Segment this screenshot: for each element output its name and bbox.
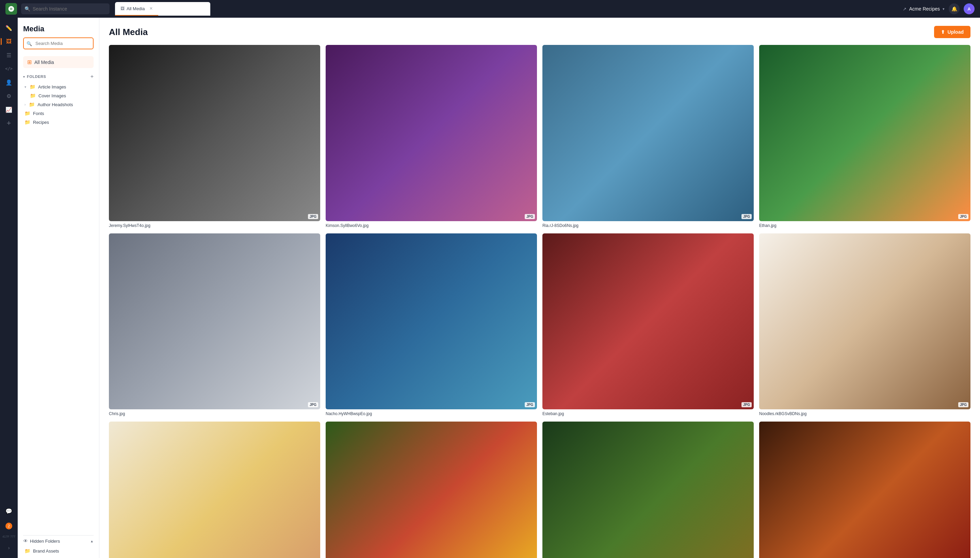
tab-bar: 🖼 All Media ✕ (115, 2, 210, 16)
folder-article-images[interactable]: ▾ 📁 Article Images (23, 82, 94, 91)
media-type-badge: JPG (958, 214, 969, 219)
user-icon: 👤 (5, 79, 12, 86)
edit-icon: ✏️ (5, 25, 12, 31)
folder-expand-icon: ▾ (25, 85, 26, 89)
media-thumbnail: JPG (109, 233, 320, 410)
avatar-initials: A (967, 7, 970, 11)
sidebar-item-media[interactable]: 🖼 (3, 35, 15, 48)
sidebar-bottom: 💬 2 417F 777 › (2, 505, 15, 554)
media-filename: Jeremy.SylHwsT4o.jpg (109, 223, 320, 228)
sidebar-expand-btn[interactable]: › (3, 542, 15, 554)
tab-image-icon: 🖼 (120, 6, 125, 11)
media-filename: Nacho.HyWHBwspEo.jpg (326, 411, 537, 416)
folder-cover-images[interactable]: 📁 Cover Images (23, 91, 94, 100)
all-media-button[interactable]: ⊞ All Media (23, 56, 94, 68)
expand-icon: › (8, 545, 10, 550)
search-instance-icon: 🔍 (25, 6, 30, 11)
brand-selector[interactable]: ↗ Acme Recipes ▾ (903, 6, 945, 11)
media-item[interactable]: JPGPizza.ryBGSvBPEj.jpg (326, 422, 537, 558)
media-type-badge: JPG (525, 402, 535, 407)
folder-author-headshots[interactable]: › 📁 Author Headshots (23, 100, 94, 109)
database-icon: ☰ (7, 52, 11, 59)
notification-bell[interactable]: 🔔 (949, 3, 960, 14)
folder-icon: 📁 (25, 548, 30, 553)
brand-chevron-icon: ▾ (942, 7, 945, 11)
media-item[interactable]: JPGNoodles.rkBGSvBDNs.jpg (759, 233, 970, 417)
media-item[interactable]: JPGRia.rJ-8SDo6Ns.jpg (542, 45, 754, 228)
media-thumbnail: JPG (542, 45, 754, 221)
media-item[interactable]: JPGEggs-on-Toast.SJzGrvBDVs.jpg (109, 422, 320, 558)
all-media-label: All Media (34, 59, 54, 65)
tab-all-media[interactable]: 🖼 All Media ✕ (115, 2, 158, 16)
sidebar-item-code[interactable]: </> (3, 62, 15, 75)
media-filename: Ria.rJ-8SDo6Ns.jpg (542, 223, 754, 228)
sidebar-item-chart[interactable]: 📈 (3, 103, 15, 116)
media-filename: Chris.jpg (109, 411, 320, 416)
search-media-input[interactable] (23, 38, 94, 49)
media-type-badge: JPG (742, 402, 752, 407)
media-item[interactable]: JPGChris.jpg (109, 233, 320, 417)
folder-brand-assets[interactable]: 📁 Brand Assets (23, 547, 94, 555)
upload-button[interactable]: ⬆ Upload (934, 26, 970, 38)
badge-icon: 2 (5, 523, 12, 529)
media-item[interactable]: JPGJeremy.SylHwsT4o.jpg (109, 45, 320, 228)
hidden-folders-label: Hidden Folders (30, 538, 60, 544)
main-layout: ✏️ 🖼 ☰ </> 👤 ⚙ 📈 + 💬 2 (0, 18, 980, 558)
folder-icon: 📁 (25, 111, 30, 116)
media-panel: Media 🔍 ⊞ All Media ▾ FOLDERS + ▾ 📁 Arti… (18, 18, 99, 558)
folder-icon: 📁 (25, 120, 30, 125)
user-avatar[interactable]: A (964, 3, 975, 14)
media-item[interactable]: JPGEsteban.jpg (542, 233, 754, 417)
media-panel-title: Media (23, 25, 94, 33)
page-title: All Media (109, 27, 148, 38)
media-thumbnail: JPG (759, 422, 970, 558)
folder-name: Cover Images (38, 93, 66, 98)
folder-expand-icon: › (25, 103, 26, 107)
media-thumbnail: JPG (542, 233, 754, 410)
folders-header[interactable]: ▾ FOLDERS + (23, 74, 94, 80)
media-type-badge: JPG (525, 214, 535, 219)
media-thumbnail: JPG (109, 422, 320, 558)
media-grid: JPGJeremy.SylHwsT4o.jpgJPGKimson.SyllBwo… (109, 45, 970, 558)
sidebar-item-users[interactable]: 👤 (3, 76, 15, 89)
content-header: All Media ⬆ Upload (109, 26, 970, 38)
folder-fonts[interactable]: 📁 Fonts (23, 109, 94, 118)
media-item[interactable]: JPGNacho.HyWHBwspEo.jpg (326, 233, 537, 417)
folder-icon: 📁 (30, 84, 35, 89)
media-type-badge: JPG (308, 214, 318, 219)
media-item[interactable]: JPGLentils.SJbMBPrvVj.jpg (542, 422, 754, 558)
media-item[interactable]: JPGCurry.SJMGSwrDEj.jpg (759, 422, 970, 558)
search-media-wrapper: 🔍 (23, 38, 94, 49)
media-thumbnail: JPG (326, 233, 537, 410)
main-content: All Media ⬆ Upload JPGJeremy.SylHwsT4o.j… (99, 18, 980, 558)
folders-label: FOLDERS (27, 74, 46, 79)
sidebar-item-add[interactable]: + (3, 117, 15, 129)
media-type-badge: JPG (958, 402, 969, 407)
media-item[interactable]: JPGEthan.jpg (759, 45, 970, 228)
folder-name: Author Headshots (38, 102, 73, 107)
media-thumbnail: JPG (759, 45, 970, 221)
media-thumbnail: JPG (326, 45, 537, 221)
folder-name: Article Images (38, 84, 66, 89)
sidebar-left: ✏️ 🖼 ☰ </> 👤 ⚙ 📈 + 💬 2 (0, 18, 18, 558)
folder-recipes[interactable]: 📁 Recipes (23, 118, 94, 126)
chart-icon: 📈 (5, 107, 12, 113)
comment-icon: 💬 (5, 508, 12, 514)
sidebar-comment[interactable]: 💬 (3, 505, 15, 517)
media-filename: Ethan.jpg (759, 223, 970, 228)
sidebar-badge[interactable]: 2 (3, 520, 15, 532)
hidden-folders-header[interactable]: 👁 Hidden Folders ▲ (23, 538, 94, 544)
hidden-folders-chevron-icon: ▲ (90, 539, 94, 543)
sidebar-item-edit[interactable]: ✏️ (3, 22, 15, 34)
search-instance-input[interactable] (21, 3, 110, 14)
folders-section: ▾ FOLDERS + ▾ 📁 Article Images 📁 Cover I… (18, 71, 99, 129)
image-icon: 🖼 (6, 38, 11, 44)
sidebar-item-database[interactable]: ☰ (3, 49, 15, 61)
app-logo[interactable] (5, 3, 17, 15)
media-item[interactable]: JPGKimson.SyllBwo6Vo.jpg (326, 45, 537, 228)
tab-close-icon[interactable]: ✕ (149, 6, 153, 11)
sidebar-item-settings[interactable]: ⚙ (3, 90, 15, 102)
sidebar-coords: 417F 777 (2, 535, 15, 539)
folders-add-icon[interactable]: + (90, 74, 94, 80)
brand-name: Acme Recipes (909, 6, 940, 11)
